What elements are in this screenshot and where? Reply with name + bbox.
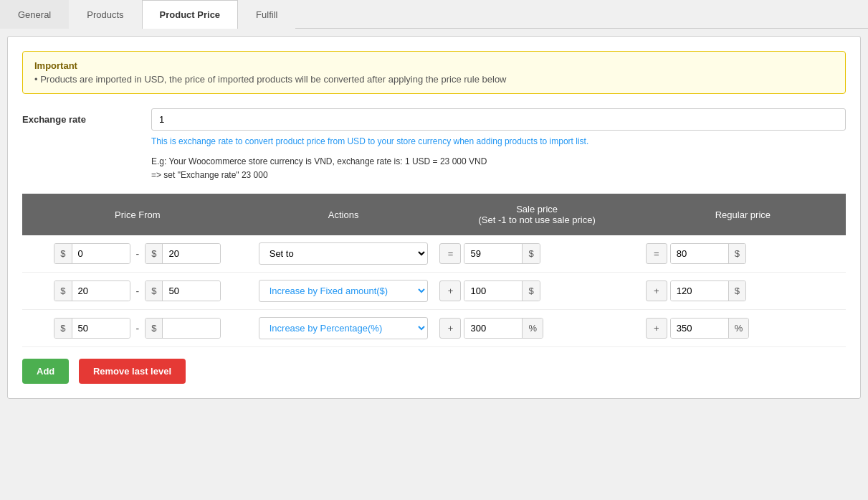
sale-cell-2: + % — [434, 310, 639, 347]
regular-operator-1: + — [646, 280, 667, 301]
dash-2: - — [133, 323, 143, 334]
col-header-regular-price: Regular price — [640, 194, 846, 235]
tab-general[interactable]: General — [0, 0, 69, 29]
table-row: $ - $ Set to Increase by Fixed amount($)… — [22, 273, 846, 310]
from-end-input-1[interactable] — [163, 281, 220, 301]
from-start-input-2[interactable] — [72, 319, 130, 338]
col-header-actions: Actions — [253, 194, 434, 235]
remove-last-level-button[interactable]: Remove last level — [79, 359, 186, 384]
from-start-prefix-2: $ — [54, 319, 72, 338]
regular-cell-1: + $ — [640, 273, 846, 310]
exchange-rate-row: Exchange rate This is exchange rate to c… — [22, 108, 846, 182]
from-end-group-1: $ — [145, 280, 221, 301]
table-row: $ - $ Set to Increase by Fixed amount($)… — [22, 235, 846, 273]
from-start-input-0[interactable] — [72, 244, 130, 263]
important-notice: Important • Products are imported in USD… — [22, 51, 846, 94]
col-header-sale-price: Sale price (Set -1 to not use sale price… — [434, 194, 639, 235]
regular-operator-2: + — [646, 318, 667, 339]
exchange-rate-label: Exchange rate — [22, 108, 151, 125]
exchange-rate-example: E.g: Your Woocommerce store currency is … — [151, 155, 846, 182]
regular-unit-0: $ — [728, 244, 745, 263]
sale-input-group-1: $ — [464, 280, 540, 301]
sale-cell-0: = $ — [434, 235, 639, 273]
tab-fulfill[interactable]: Fulfill — [238, 0, 295, 29]
sale-operator-0: = — [439, 243, 461, 264]
regular-cell-0: = $ — [640, 235, 846, 273]
regular-input-group-0: $ — [670, 243, 746, 264]
exchange-rate-input[interactable] — [151, 108, 846, 131]
tab-products[interactable]: Products — [69, 0, 141, 29]
tab-bar: General Products Product Price Fulfill — [0, 0, 868, 29]
price-from-cell-1: $ - $ — [22, 273, 253, 310]
sale-operator-2: + — [439, 318, 461, 339]
action-cell-1: Set to Increase by Fixed amount($) Incre… — [253, 273, 434, 310]
from-end-prefix-2: $ — [146, 319, 163, 338]
regular-input-0[interactable] — [671, 244, 728, 263]
dash-0: - — [133, 248, 143, 260]
sale-unit-2: % — [522, 319, 543, 338]
from-end-input-0[interactable] — [163, 244, 220, 263]
exchange-rate-content: This is exchange rate to convert product… — [151, 108, 846, 182]
sale-operator-1: + — [439, 280, 461, 301]
regular-unit-1: $ — [728, 281, 745, 301]
from-start-prefix-0: $ — [54, 244, 72, 263]
from-start-group-0: $ — [54, 243, 130, 264]
from-start-prefix-1: $ — [54, 281, 72, 301]
action-select-2[interactable]: Set to Increase by Fixed amount($) Incre… — [259, 317, 429, 339]
from-end-group-2: $ — [145, 318, 221, 339]
from-end-group-0: $ — [145, 243, 221, 264]
tab-product-price[interactable]: Product Price — [142, 0, 239, 29]
dash-1: - — [133, 286, 143, 297]
price-table: Price From Actions Sale price (Set -1 to… — [22, 194, 846, 347]
sale-unit-0: $ — [522, 244, 539, 263]
from-end-prefix-0: $ — [146, 244, 163, 263]
action-cell-0: Set to Increase by Fixed amount($) Incre… — [253, 235, 434, 273]
sale-input-1[interactable] — [464, 281, 522, 301]
sale-unit-1: $ — [522, 281, 539, 301]
action-select-0[interactable]: Set to Increase by Fixed amount($) Incre… — [259, 242, 429, 265]
regular-cell-2: + % — [640, 310, 846, 347]
notice-title: Important — [34, 60, 834, 71]
exchange-rate-hint: This is exchange rate to convert product… — [151, 136, 846, 146]
sale-cell-1: + $ — [434, 273, 639, 310]
action-select-1[interactable]: Set to Increase by Fixed amount($) Incre… — [259, 280, 429, 302]
sale-input-group-2: % — [464, 318, 543, 339]
price-from-cell-0: $ - $ — [22, 235, 253, 273]
from-start-group-2: $ — [54, 318, 130, 339]
sale-input-0[interactable] — [464, 244, 522, 263]
sale-input-2[interactable] — [464, 319, 522, 338]
from-end-input-2[interactable] — [163, 319, 220, 338]
action-cell-2: Set to Increase by Fixed amount($) Incre… — [253, 310, 434, 347]
notice-text: • Products are imported in USD, the pric… — [34, 74, 834, 85]
regular-operator-0: = — [646, 243, 667, 264]
regular-input-1[interactable] — [671, 281, 728, 301]
sale-input-group-0: $ — [464, 243, 540, 264]
col-header-price-from: Price From — [22, 194, 253, 235]
regular-input-group-2: % — [670, 318, 750, 339]
table-row: $ - $ Set to Increase by Fixed amount($)… — [22, 310, 846, 347]
price-from-cell-2: $ - $ — [22, 310, 253, 347]
main-content: Important • Products are imported in USD… — [7, 36, 861, 399]
add-button[interactable]: Add — [22, 359, 69, 384]
from-start-input-1[interactable] — [72, 281, 130, 301]
from-end-prefix-1: $ — [146, 281, 163, 301]
from-start-group-1: $ — [54, 280, 130, 301]
regular-unit-2: % — [728, 319, 749, 338]
table-actions: Add Remove last level — [22, 359, 846, 384]
regular-input-group-1: $ — [670, 280, 746, 301]
regular-input-2[interactable] — [671, 319, 728, 338]
